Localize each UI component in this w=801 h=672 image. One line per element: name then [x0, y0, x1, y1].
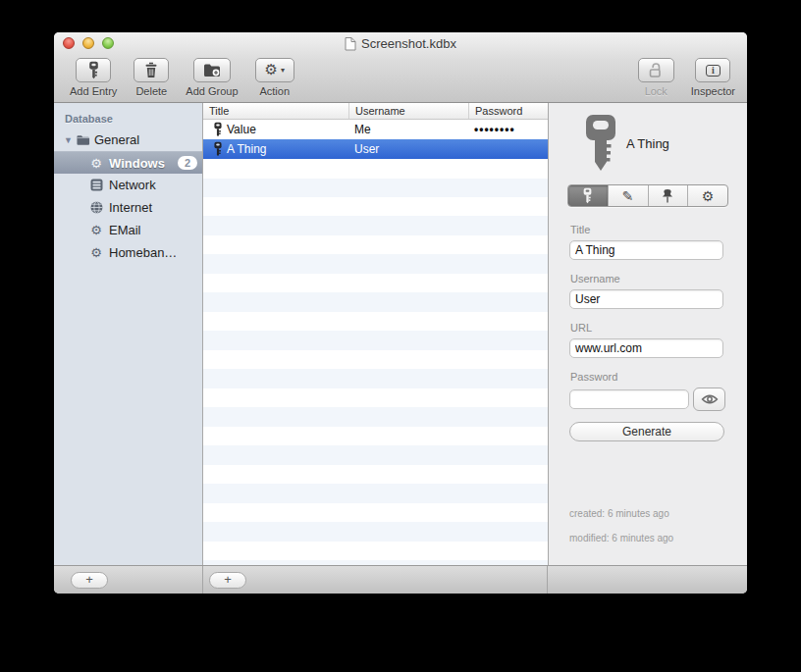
dropdown-caret-icon: ▾ — [281, 66, 285, 75]
password-field-label: Password — [570, 371, 726, 383]
delete-label: Delete — [135, 85, 167, 97]
username-field-label: Username — [570, 273, 726, 284]
column-header-password[interactable]: Password — [468, 103, 548, 119]
entry-title: Value — [227, 123, 256, 136]
inspector-panel: A Thing ✎ — [548, 103, 747, 565]
pushpin-icon — [662, 188, 673, 204]
tab-advanced[interactable]: ⚙ — [687, 185, 727, 206]
add-group-plus-button[interactable]: + — [71, 572, 108, 589]
disclosure-triangle-icon[interactable]: ▼ — [64, 135, 73, 145]
add-entry-button[interactable]: Add Entry — [70, 58, 117, 97]
entry-username: User — [348, 139, 468, 159]
folder-icon — [77, 134, 90, 146]
gear-icon: ⚙ — [265, 63, 278, 78]
password-field[interactable] — [569, 389, 689, 409]
table-row[interactable]: Value Me •••••••• — [203, 120, 548, 139]
app-window: Screenshot.kdbx Add Entry — [54, 32, 747, 594]
entry-count-badge: 2 — [178, 156, 197, 170]
title-field-label: Title — [570, 224, 726, 235]
close-button[interactable] — [63, 37, 75, 49]
column-header-title[interactable]: Title — [203, 103, 348, 119]
title-field[interactable] — [569, 240, 723, 260]
key-icon — [582, 187, 593, 204]
lock-button[interactable]: Lock — [638, 58, 674, 97]
bottom-bar: + + — [54, 565, 747, 594]
action-button[interactable]: ⚙ ▾ Action — [255, 58, 294, 97]
url-field[interactable] — [569, 338, 723, 358]
add-group-button[interactable]: Add Group — [186, 58, 238, 97]
generate-password-button[interactable]: Generate — [569, 422, 724, 441]
gear-icon: ⚙ — [89, 246, 103, 259]
traffic-lights — [63, 37, 114, 49]
entry-title-heading: A Thing — [626, 136, 669, 151]
entry-table: Title Username Password Value Me ••••• — [203, 103, 548, 565]
inspector-button[interactable]: i Inspector — [691, 58, 735, 97]
minimize-button[interactable] — [82, 37, 94, 49]
lock-label: Lock — [645, 85, 668, 97]
key-icon — [213, 141, 223, 157]
window-chrome: Screenshot.kdbx Add Entry — [54, 32, 747, 103]
key-icon — [213, 122, 223, 137]
action-label: Action — [259, 85, 290, 97]
bottom-bar-table-section: + — [203, 566, 548, 594]
pencil-icon: ✎ — [622, 189, 634, 203]
add-entry-plus-button[interactable]: + — [209, 572, 246, 589]
unlock-icon — [648, 62, 665, 78]
sidebar-section-header: Database — [54, 111, 202, 129]
table-row-selected[interactable]: A Thing User — [203, 139, 548, 159]
gear-icon: ⚙ — [89, 157, 103, 170]
entry-username: Me — [348, 120, 468, 139]
inspector-label: Inspector — [691, 85, 735, 97]
sidebar-item-network[interactable]: Network — [54, 174, 202, 196]
eye-icon — [701, 393, 719, 405]
sidebar-item-email[interactable]: ⚙ EMail — [54, 219, 202, 241]
tab-attachments[interactable] — [648, 185, 688, 206]
entry-password — [468, 139, 548, 159]
group-sidebar: Database ▼ General ⚙ Windows 2 — [54, 103, 203, 565]
sidebar-item-homebanking[interactable]: ⚙ Homeban… — [54, 241, 202, 264]
sidebar-item-label: Internet — [109, 200, 152, 215]
main-content: Database ▼ General ⚙ Windows 2 — [54, 103, 747, 565]
empty-rows-area[interactable] — [203, 159, 548, 565]
sidebar-item-general[interactable]: ▼ General — [54, 129, 202, 151]
key-icon-large — [581, 114, 620, 173]
bottom-bar-inspector-section — [548, 566, 747, 594]
tab-general[interactable] — [568, 185, 608, 206]
sidebar-item-label: Network — [109, 178, 156, 192]
entry-password: •••••••• — [468, 120, 548, 139]
trash-icon — [144, 62, 158, 78]
sidebar-item-label: Windows — [109, 156, 165, 171]
globe-icon — [89, 201, 103, 214]
sidebar-item-internet[interactable]: Internet — [54, 196, 202, 219]
inspector-tabs: ✎ ⚙ — [567, 184, 728, 207]
show-password-button[interactable] — [693, 388, 725, 411]
info-icon: i — [706, 65, 721, 77]
modified-timestamp: modified: 6 minutes ago — [569, 533, 747, 543]
network-icon — [89, 179, 103, 191]
document-icon[interactable] — [345, 36, 356, 51]
delete-button[interactable]: Delete — [134, 58, 169, 97]
table-header: Title Username Password — [203, 103, 548, 120]
bottom-bar-sidebar-section: + — [54, 566, 203, 594]
username-field[interactable] — [569, 289, 723, 309]
sidebar-item-windows[interactable]: ⚙ Windows 2 — [54, 151, 202, 174]
tab-notes[interactable]: ✎ — [608, 185, 648, 206]
key-icon — [87, 61, 100, 79]
add-group-label: Add Group — [186, 85, 238, 97]
titlebar[interactable]: Screenshot.kdbx — [54, 32, 747, 55]
window-title: Screenshot.kdbx — [361, 36, 456, 51]
url-field-label: URL — [570, 322, 726, 334]
created-timestamp: created: 6 minutes ago — [569, 508, 747, 519]
entry-title: A Thing — [227, 142, 266, 156]
column-header-username[interactable]: Username — [348, 103, 468, 119]
zoom-button[interactable] — [102, 37, 114, 49]
gear-icon: ⚙ — [702, 189, 715, 203]
sidebar-item-label: Homeban… — [109, 245, 177, 260]
entry-form: Title Username URL Password — [569, 211, 726, 441]
folder-plus-icon — [203, 63, 221, 78]
sidebar-item-label: EMail — [109, 223, 141, 237]
sidebar-item-label: General — [94, 132, 139, 147]
add-entry-label: Add Entry — [70, 85, 117, 97]
gear-icon: ⚙ — [89, 224, 103, 236]
toolbar: Add Entry Delete — [54, 55, 747, 102]
